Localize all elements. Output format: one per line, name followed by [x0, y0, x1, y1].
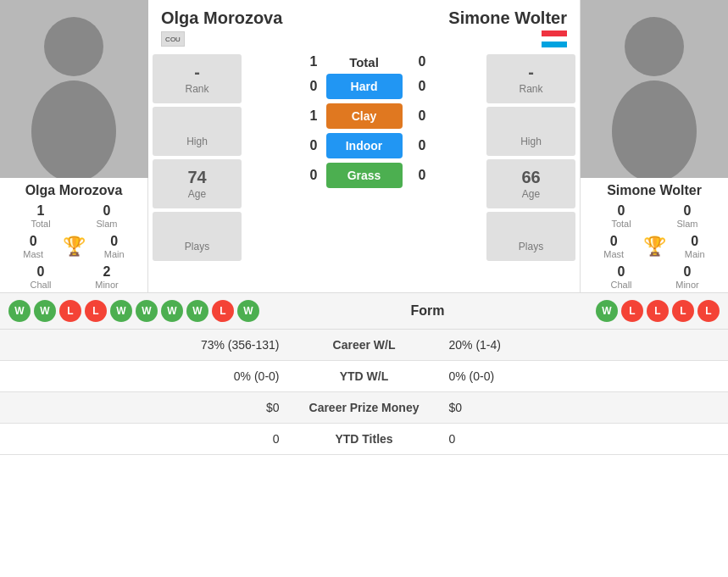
hard-surface-row: 0 Hard 0	[250, 74, 478, 99]
right-form-pills: WLLLL	[596, 300, 720, 322]
right-mast-cell: 0 Mast	[589, 234, 639, 259]
right-minor-lbl: Minor	[675, 280, 699, 290]
right-high-val	[491, 115, 571, 136]
bottom-row: $0 Career Prize Money $0	[0, 392, 728, 424]
form-pill: W	[136, 300, 158, 322]
left-player-photo	[0, 0, 148, 178]
right-stat-column: - Rank High 66 Age Plays	[486, 54, 575, 261]
right-plays-box: Plays	[486, 212, 575, 261]
left-minor-cell: 2 Minor	[75, 264, 139, 290]
right-main-cell: 0 Main	[670, 234, 720, 259]
left-chall-val: 0	[37, 264, 45, 280]
bottom-row-right: 0	[449, 432, 716, 446]
bottom-row-mid: YTD W/L	[280, 369, 449, 383]
hard-score-left: 0	[303, 79, 318, 94]
left-total-lbl: Total	[31, 219, 50, 229]
left-age-val: 74	[157, 168, 237, 188]
total-score-left: 1	[303, 54, 318, 69]
right-minor-cell: 0 Minor	[655, 264, 720, 290]
right-mast-val: 0	[610, 234, 618, 249]
form-row: WWLLWWWWLW Form WLLLL	[0, 292, 728, 330]
left-chall-cell: 0 Chall	[8, 264, 73, 290]
left-total-val: 1	[37, 203, 45, 219]
form-pill: L	[647, 300, 669, 322]
left-country-flag: COU	[161, 31, 185, 47]
flags-row: COU	[148, 28, 580, 50]
right-silhouette	[581, 0, 728, 178]
right-mast-main-row: 0 Mast 🏆 0 Main	[581, 231, 728, 262]
svg-point-2	[31, 80, 116, 178]
left-minor-val: 2	[103, 264, 111, 280]
form-pill: L	[85, 300, 107, 322]
grass-badge: Grass	[326, 163, 403, 188]
left-trophy-icon: 🏆	[58, 236, 90, 258]
left-rank-box: - Rank	[153, 54, 242, 103]
right-age-val: 66	[491, 168, 571, 188]
clay-score-right: 0	[411, 108, 426, 124]
form-pill: L	[59, 300, 81, 322]
center-names-row: Olga Morozova Simone Wolter	[148, 0, 580, 28]
form-pill: W	[34, 300, 56, 322]
form-pill: L	[672, 300, 694, 322]
right-chall-cell: 0 Chall	[589, 264, 653, 290]
bottom-row-mid: YTD Titles	[280, 432, 449, 446]
svg-rect-4	[542, 36, 567, 42]
right-main-lbl: Main	[685, 249, 705, 259]
left-stat-column: - Rank High 74 Age Plays	[153, 54, 242, 261]
bottom-row: 0% (0-0) YTD W/L 0% (0-0)	[0, 361, 728, 392]
left-high-box: High	[153, 107, 242, 156]
right-rank-val: -	[491, 63, 571, 83]
top-section: Olga Morozova 1 Total 0 Slam 0 Mast 🏆	[0, 0, 728, 292]
left-minor-lbl: Minor	[95, 280, 119, 290]
indoor-badge: Indoor	[326, 133, 403, 158]
right-total-lbl: Total	[611, 219, 631, 229]
right-rank-box: - Rank	[486, 54, 575, 103]
right-stats-top: 0 Total 0 Slam	[581, 201, 728, 231]
left-mast-main-row: 0 Mast 🏆 0 Main	[0, 231, 147, 262]
left-age-box: 74 Age	[153, 159, 242, 208]
page: Olga Morozova 1 Total 0 Slam 0 Mast 🏆	[0, 0, 728, 455]
left-main-val: 0	[110, 234, 118, 249]
right-chall-minor-row: 0 Chall 0 Minor	[581, 262, 728, 292]
right-chall-lbl: Chall	[610, 280, 631, 290]
bottom-row-left: 0	[13, 432, 280, 446]
right-age-lbl: Age	[491, 188, 571, 200]
grass-surface-row: 0 Grass 0	[250, 163, 478, 188]
svg-point-7	[625, 17, 684, 76]
svg-point-8	[612, 80, 697, 178]
hard-score-right: 0	[411, 79, 426, 94]
right-mast-lbl: Mast	[603, 249, 624, 259]
form-pill: W	[8, 300, 31, 322]
right-player-panel: Simone Wolter 0 Total 0 Slam 0 Mast 🏆	[580, 0, 728, 292]
form-pill: L	[621, 300, 643, 322]
form-pill: L	[212, 300, 234, 322]
form-pill: W	[186, 300, 208, 322]
right-plays-val	[491, 220, 571, 241]
bottom-row-left: 73% (356-131)	[13, 338, 280, 352]
bottom-row-mid: Career W/L	[280, 338, 449, 352]
left-mast-lbl: Mast	[23, 249, 43, 259]
bottom-row-left: $0	[13, 401, 280, 414]
left-stats-top: 1 Total 0 Slam	[0, 201, 147, 231]
left-chall-lbl: Chall	[30, 280, 51, 290]
left-mast-val: 0	[30, 234, 37, 249]
left-main-cell: 0 Main	[90, 234, 140, 259]
right-plays-lbl: Plays	[491, 241, 571, 252]
left-flag-area: COU	[161, 31, 364, 47]
left-plays-lbl: Plays	[157, 241, 237, 252]
center-panel: Olga Morozova Simone Wolter COU	[148, 0, 580, 292]
indoor-score-right: 0	[411, 138, 426, 153]
left-total-cell: 1 Total	[8, 203, 73, 229]
left-slam-lbl: Slam	[96, 219, 117, 229]
left-high-lbl: High	[157, 136, 237, 147]
bottom-row-right: $0	[449, 401, 716, 414]
right-age-box: 66 Age	[486, 159, 575, 208]
form-pill: W	[596, 300, 618, 322]
bottom-row-left: 0% (0-0)	[13, 369, 280, 383]
left-plays-val	[157, 220, 237, 241]
right-chall-val: 0	[618, 264, 625, 280]
left-slam-cell: 0 Slam	[75, 203, 139, 229]
left-slam-val: 0	[103, 203, 111, 219]
clay-surface-row: 1 Clay 0	[250, 103, 478, 129]
right-trophy-icon: 🏆	[639, 236, 670, 258]
